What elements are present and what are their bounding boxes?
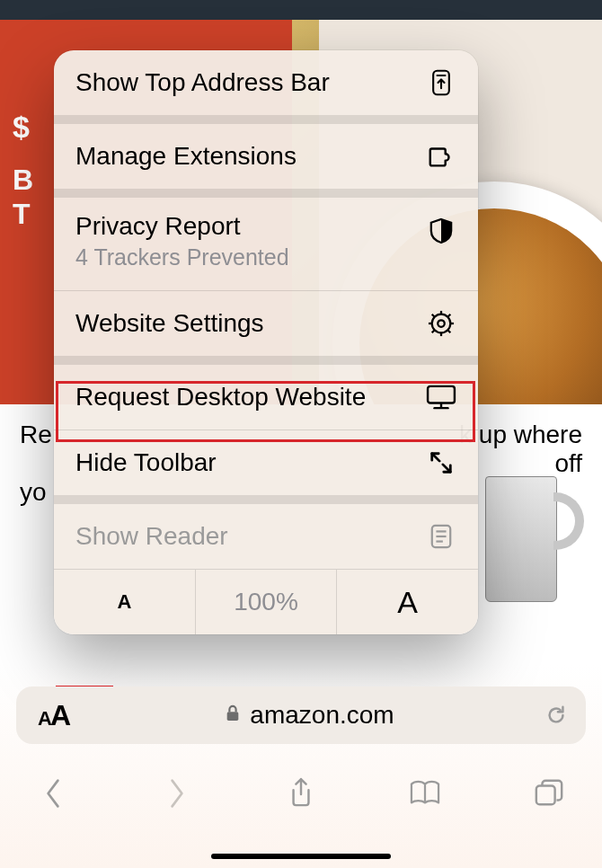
menu-label: Hide Toolbar — [75, 448, 217, 477]
increase-text-size-button[interactable]: A — [337, 585, 478, 620]
page-settings-menu: Show Top Address Bar Manage Extensions P… — [54, 50, 478, 634]
window-titlebar — [0, 0, 602, 20]
promo-letter-t: T — [13, 198, 31, 231]
menu-separator — [54, 356, 478, 365]
svg-line-9 — [448, 331, 451, 333]
reader-icon — [426, 521, 456, 552]
menu-label: Privacy Report — [75, 212, 241, 241]
card-text-yo: yo — [20, 478, 47, 507]
bottom-toolbar — [0, 757, 602, 830]
svg-point-2 — [432, 314, 451, 333]
show-reader: Show Reader — [54, 504, 478, 569]
aa-large-glyph: A — [50, 699, 71, 732]
home-indicator — [211, 854, 391, 859]
zoom-percent: 100% — [196, 588, 337, 616]
promo-letter-b: B — [13, 164, 33, 197]
menu-label: Request Desktop Website — [75, 383, 366, 412]
manage-extensions[interactable]: Manage Extensions — [54, 124, 478, 189]
hide-toolbar[interactable]: Hide Toolbar — [54, 430, 478, 495]
menu-separator — [54, 495, 478, 504]
tabs-button[interactable] — [527, 771, 571, 816]
gear-icon — [426, 308, 456, 339]
privacy-report[interactable]: Privacy Report 4 Trackers Prevented — [54, 198, 478, 290]
url-display[interactable]: amazon.com — [76, 701, 543, 730]
page-settings-button[interactable]: A A — [32, 697, 76, 734]
menu-label: Show Top Address Bar — [75, 68, 330, 97]
card-text-left: Re — [20, 421, 52, 449]
menu-label: Show Reader — [75, 522, 228, 551]
svg-rect-12 — [428, 386, 455, 403]
text-size-row: A 100% A — [54, 570, 478, 634]
decrease-text-size-button[interactable]: A — [54, 590, 195, 614]
expand-icon — [426, 447, 456, 478]
menu-label: Website Settings — [75, 309, 264, 338]
show-top-address-bar[interactable]: Show Top Address Bar — [54, 50, 478, 115]
request-desktop-website[interactable]: Request Desktop Website — [54, 365, 478, 430]
address-bar[interactable]: A A amazon.com — [16, 686, 586, 744]
share-button[interactable] — [279, 771, 323, 816]
menu-label: Manage Extensions — [75, 142, 297, 171]
bookmarks-button[interactable] — [403, 771, 447, 816]
svg-rect-17 — [227, 712, 239, 721]
website-settings[interactable]: Website Settings — [54, 291, 478, 356]
back-button[interactable] — [31, 771, 75, 816]
product-image — [485, 476, 584, 602]
svg-line-11 — [448, 314, 451, 317]
svg-line-10 — [432, 331, 435, 333]
promo-dollar: $ — [13, 110, 30, 145]
menu-separator — [54, 115, 478, 124]
desktop-icon — [426, 382, 456, 412]
move-to-top-icon — [426, 67, 456, 98]
puzzle-icon — [426, 141, 456, 172]
menu-separator — [54, 189, 478, 198]
shield-icon — [426, 216, 456, 246]
svg-line-8 — [432, 314, 435, 317]
menu-sublabel: 4 Trackers Prevented — [75, 244, 289, 270]
url-text: amazon.com — [250, 701, 394, 730]
reload-button[interactable] — [543, 702, 570, 729]
svg-rect-18 — [536, 786, 555, 805]
svg-point-3 — [438, 320, 445, 327]
lock-icon — [225, 701, 241, 730]
forward-button[interactable] — [155, 771, 199, 816]
